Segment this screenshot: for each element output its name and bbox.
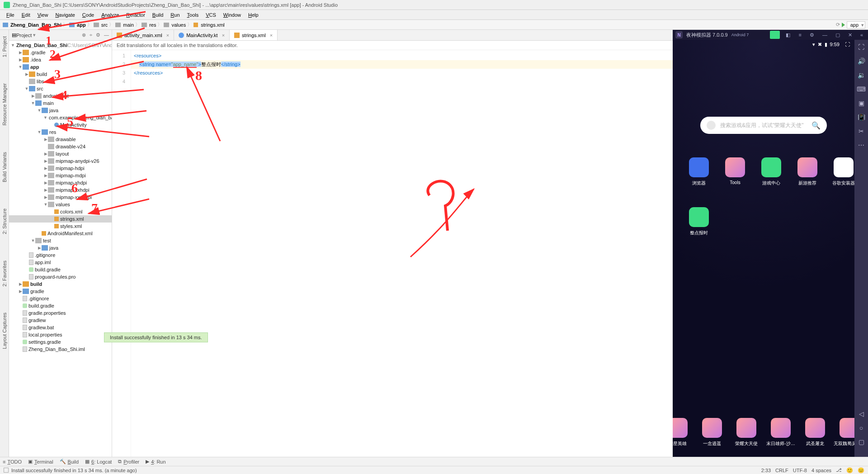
tree-item[interactable]: ▶mipmap-mdpi xyxy=(9,172,112,179)
tree-item[interactable]: ▶java xyxy=(9,244,112,251)
minimize-icon[interactable]: — xyxy=(820,31,830,38)
tree-item[interactable]: ▼java xyxy=(9,107,112,114)
tree-item[interactable]: AndroidManifest.xml xyxy=(9,230,112,237)
tree-item[interactable]: app.iml xyxy=(9,259,112,266)
tree-item[interactable]: .gitignore xyxy=(9,251,112,259)
code-line[interactable]: <string name="app_name">整点报时</string> xyxy=(131,60,673,69)
scissors-icon[interactable]: ✂ xyxy=(859,128,864,135)
code-editor[interactable]: 1234 <resources> <string name="app_name"… xyxy=(112,50,673,457)
launcher-app[interactable]: 无双魏蜀吴（… xyxy=(840,418,854,447)
tree-item[interactable]: build.gradle xyxy=(9,302,112,309)
breadcrumb-item[interactable]: values xyxy=(171,22,186,28)
volume-up-icon[interactable]: 🔊 xyxy=(858,57,865,65)
tree-item[interactable]: drawable-v24 xyxy=(9,143,112,150)
menu-icon[interactable]: ≡ xyxy=(796,31,803,38)
editor-tab[interactable]: activity_main.xml× xyxy=(112,30,174,40)
app-icon[interactable] xyxy=(673,418,688,438)
tool-tab-structure[interactable]: 2: Structure xyxy=(1,207,8,236)
bottom-tab-todo[interactable]: ≡TODO xyxy=(3,459,22,465)
indent-setting[interactable]: 4 spaces xyxy=(811,468,831,473)
project-tree[interactable]: ▼Zheng_Dian_Bao_Shi C:\Users\SONY\Andro▶… xyxy=(9,41,112,457)
tree-item[interactable]: ▼res xyxy=(9,128,112,136)
code-line[interactable]: <resources> xyxy=(131,52,673,60)
app-icon[interactable] xyxy=(761,157,781,177)
tree-item[interactable]: ▼main xyxy=(9,100,112,107)
tree-item[interactable]: ▼src xyxy=(9,85,112,92)
collapse-icon[interactable]: ÷ xyxy=(90,32,92,38)
theme-icon[interactable]: ◧ xyxy=(783,31,793,39)
breadcrumb-root[interactable]: Zheng_Dian_Bao_Shi xyxy=(10,22,61,28)
bottom-tab-logcat[interactable]: ▦6: Logcat xyxy=(85,459,112,465)
launcher-app[interactable]: 武圣屠龙 xyxy=(805,418,825,447)
tree-item[interactable]: ▶build xyxy=(9,280,112,288)
tree-item[interactable]: ▶.idea xyxy=(9,56,112,63)
shake-icon[interactable]: 📳 xyxy=(858,114,865,121)
breadcrumb-item[interactable]: res xyxy=(149,22,156,28)
menu-window[interactable]: Window xyxy=(220,11,245,19)
breadcrumb-item[interactable]: main xyxy=(123,22,134,28)
expand-icon[interactable]: ⛶ xyxy=(858,43,864,51)
code-line[interactable] xyxy=(131,77,673,86)
multi-instance-icon[interactable] xyxy=(770,31,780,39)
launcher-app[interactable]: 浏览器 xyxy=(689,157,709,186)
recents-icon[interactable]: ▢ xyxy=(859,438,864,446)
tree-item[interactable]: colors.xml xyxy=(9,208,112,215)
tool-tab-favorites[interactable]: 2: Favorites xyxy=(1,259,8,288)
close-tab-icon[interactable]: × xyxy=(166,33,169,38)
editor-tab[interactable]: strings.xml× xyxy=(230,30,278,40)
tree-item[interactable]: ▶androidTest xyxy=(9,92,112,100)
caret-position[interactable]: 2:33 xyxy=(761,468,771,473)
launcher-app[interactable]: 一念逍遥 xyxy=(702,418,722,447)
launcher-app[interactable]: 整点报时 xyxy=(689,207,709,236)
tree-item[interactable]: ▶drawable xyxy=(9,136,112,143)
back-icon[interactable]: ◁ xyxy=(859,410,864,417)
tree-item[interactable]: local.properties xyxy=(9,331,112,338)
tree-item[interactable]: ▶mipmap-anydpi-v26 xyxy=(9,157,112,165)
string-value[interactable]: 整点报时 xyxy=(201,62,221,67)
app-icon[interactable] xyxy=(834,157,854,177)
tree-item[interactable]: Zheng_Dian_Bao_Shi.iml xyxy=(9,346,112,353)
breadcrumb-item[interactable]: src xyxy=(101,22,108,28)
emulator-screen[interactable]: ▾ ✖ ▮ 9:59 ⛶ 搜索游戏&应用，试试"荣耀大天使" 🔍 浏览器Tool… xyxy=(673,40,854,457)
volume-down-icon[interactable]: 🔉 xyxy=(858,71,865,79)
hide-icon[interactable]: — xyxy=(104,32,109,38)
collapse-sidebar-icon[interactable]: « xyxy=(858,31,865,38)
more-icon[interactable]: ⋯ xyxy=(858,142,864,149)
fullscreen-icon[interactable]: ⛶ xyxy=(845,42,850,47)
tool-tab-buildvariants[interactable]: Build Variants xyxy=(1,150,8,184)
tree-item[interactable]: libs xyxy=(9,78,112,85)
menu-code[interactable]: Code xyxy=(79,11,98,19)
gear-icon[interactable]: ⚙ xyxy=(96,32,100,38)
menu-navigate[interactable]: Navigate xyxy=(52,11,78,19)
screenshot-icon[interactable]: ▣ xyxy=(859,100,864,107)
tool-tab-layoutcaptures[interactable]: Layout Captures xyxy=(1,311,8,351)
git-branch-icon[interactable]: ⎇ xyxy=(836,467,842,473)
app-icon[interactable] xyxy=(702,418,722,438)
tree-item[interactable]: ▶layout xyxy=(9,150,112,157)
tree-item[interactable]: ▶mipmap-xhdpi xyxy=(9,179,112,186)
menu-vcs[interactable]: VCS xyxy=(202,11,220,19)
project-scope-selector[interactable]: Project xyxy=(16,33,32,38)
target-icon[interactable]: ⊕ xyxy=(82,32,86,38)
app-icon[interactable] xyxy=(689,207,709,227)
app-icon[interactable] xyxy=(771,418,791,438)
launcher-search-bar[interactable]: 搜索游戏&应用，试试"荣耀大天使" 🔍 xyxy=(700,117,827,134)
tree-item[interactable]: gradle.properties xyxy=(9,309,112,317)
launcher-app[interactable]: 荣耀大天使 xyxy=(736,418,756,447)
launcher-app[interactable]: Tools xyxy=(725,157,745,186)
file-encoding[interactable]: UTF-8 xyxy=(793,468,807,473)
tree-item[interactable]: ▼values xyxy=(9,201,112,208)
inspection-face-icon[interactable]: 🙂 xyxy=(846,467,853,474)
sync-icon[interactable]: ⟳ xyxy=(836,22,840,28)
tree-item[interactable]: ▶mipmap-xxxhdpi xyxy=(9,194,112,201)
breadcrumb-file[interactable]: strings.xml xyxy=(201,22,225,28)
close-tab-icon[interactable]: × xyxy=(222,33,225,38)
tree-item[interactable]: .gitignore xyxy=(9,295,112,302)
launcher-app[interactable]: 新游推荐 xyxy=(797,157,817,186)
home-icon[interactable]: ○ xyxy=(859,424,863,431)
app-icon[interactable] xyxy=(689,157,709,177)
app-icon[interactable] xyxy=(725,157,745,177)
memory-face-icon[interactable]: 😐 xyxy=(858,467,864,474)
settings-gear-icon[interactable]: ⚙ xyxy=(807,31,816,39)
menu-build[interactable]: Build xyxy=(149,11,167,19)
